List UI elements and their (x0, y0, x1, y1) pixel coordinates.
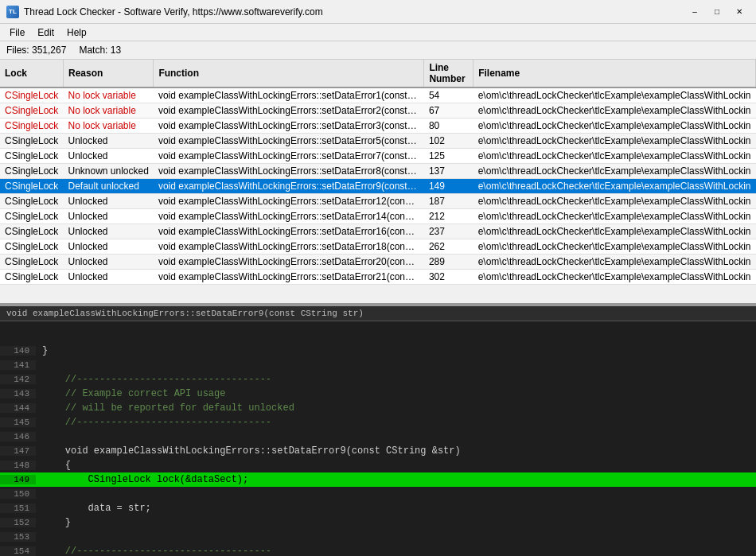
cell-reason: Default unlocked (63, 179, 153, 194)
table-header-row: Lock Reason Function Line Number Filenam… (0, 60, 756, 87)
cell-filename: e\om\c\threadLockChecker\tlcExample\exam… (473, 179, 756, 194)
table-row[interactable]: CSingleLockUnlockedvoid exampleClassWith… (0, 149, 756, 164)
title-text: Thread Lock Checker - Software Verify, h… (24, 6, 684, 17)
cell-function: void exampleClassWithLockingErrors::setD… (154, 255, 424, 270)
cell-filename: e\om\c\threadLockChecker\tlcExample\exam… (473, 270, 756, 285)
cell-reason: No lock variable (63, 87, 153, 103)
cell-line: 212 (424, 209, 473, 224)
cell-filename: e\om\c\threadLockChecker\tlcExample\exam… (473, 209, 756, 224)
cell-filename: e\om\c\threadLockChecker\tlcExample\exam… (473, 255, 756, 270)
table-row[interactable]: CSingleLockUnlockedvoid exampleClassWith… (0, 270, 756, 285)
table-area: Lock Reason Function Line Number Filenam… (0, 60, 756, 306)
statsbar: Files: 351,267Match: 13 (0, 41, 756, 60)
line-content: } (36, 517, 756, 528)
code-line: 144 // will be reported for default unlo… (0, 401, 756, 415)
col-header-function: Function (154, 60, 424, 87)
code-line: 146 (0, 430, 756, 444)
match-label: Match: (79, 45, 110, 56)
line-content: //---------------------------------- (36, 546, 756, 556)
code-line: 147 void exampleClassWithLockingErrors::… (0, 444, 756, 458)
cell-function: void exampleClassWithLockingErrors::setD… (154, 164, 424, 179)
cell-line: 302 (424, 270, 473, 285)
table-body: CSingleLockNo lock variablevoid exampleC… (0, 87, 756, 285)
cell-lock: CSingleLock (0, 255, 63, 270)
cell-reason: Unlocked (63, 194, 153, 209)
menu-item-help[interactable]: Help (60, 25, 93, 40)
table-row[interactable]: CSingleLockDefault unlockedvoid exampleC… (0, 179, 756, 194)
col-header-lock: Lock (0, 60, 63, 87)
cell-function: void exampleClassWithLockingErrors::setD… (154, 270, 424, 285)
cell-reason: Unlocked (63, 149, 153, 164)
code-line: 151 data = str; (0, 501, 756, 515)
cell-line: 80 (424, 119, 473, 134)
cell-filename: e\om\c\threadLockChecker\tlcExample\exam… (473, 134, 756, 149)
code-line: 154 //---------------------------------- (0, 544, 756, 556)
line-number: 152 (0, 518, 36, 527)
cell-reason: Unknown unlocked (63, 164, 153, 179)
cell-line: 102 (424, 134, 473, 149)
cell-line: 262 (424, 239, 473, 255)
main-content: Lock Reason Function Line Number Filenam… (0, 60, 756, 556)
cell-function: void exampleClassWithLockingErrors::setD… (154, 149, 424, 164)
code-line: 145 //---------------------------------- (0, 415, 756, 430)
code-line: 153 (0, 530, 756, 544)
menu-item-edit[interactable]: Edit (31, 25, 60, 40)
table-row[interactable]: CSingleLockUnlockedvoid exampleClassWith… (0, 255, 756, 270)
table-row[interactable]: CSingleLockUnlockedvoid exampleClassWith… (0, 224, 756, 239)
line-content: { (36, 460, 756, 471)
line-number: 142 (0, 375, 36, 384)
match-value: 13 (111, 45, 121, 56)
line-number: 145 (0, 418, 36, 427)
table-row[interactable]: CSingleLockUnlockedvoid exampleClassWith… (0, 239, 756, 255)
line-content: //---------------------------------- (36, 417, 756, 428)
cell-lock: CSingleLock (0, 134, 63, 149)
cell-line: 67 (424, 103, 473, 119)
menubar: FileEditHelp (0, 24, 756, 41)
line-number: 140 (0, 346, 36, 356)
cell-lock: CSingleLock (0, 224, 63, 239)
line-number: 144 (0, 403, 36, 413)
table-row[interactable]: CSingleLockNo lock variablevoid exampleC… (0, 103, 756, 119)
code-content[interactable]: 140}141142 //---------------------------… (0, 321, 756, 556)
line-number: 151 (0, 504, 36, 513)
col-header-filename: Filename (473, 60, 756, 87)
line-number: 143 (0, 389, 36, 399)
line-content: data = str; (36, 503, 756, 514)
results-table: Lock Reason Function Line Number Filenam… (0, 60, 756, 285)
cell-filename: e\om\c\threadLockChecker\tlcExample\exam… (473, 103, 756, 119)
cell-filename: e\om\c\threadLockChecker\tlcExample\exam… (473, 224, 756, 239)
menu-item-file[interactable]: File (3, 25, 31, 40)
cell-line: 149 (424, 179, 473, 194)
code-line: 150 (0, 487, 756, 501)
code-line: 142 //---------------------------------- (0, 372, 756, 387)
table-row[interactable]: CSingleLockNo lock variablevoid exampleC… (0, 119, 756, 134)
code-line: 148 { (0, 458, 756, 472)
cell-function: void exampleClassWithLockingErrors::setD… (154, 224, 424, 239)
table-row[interactable]: CSingleLockNo lock variablevoid exampleC… (0, 87, 756, 103)
cell-function: void exampleClassWithLockingErrors::setD… (154, 179, 424, 194)
line-number: 141 (0, 360, 36, 370)
cell-reason: Unlocked (63, 209, 153, 224)
cell-lock: CSingleLock (0, 209, 63, 224)
cell-reason: Unlocked (63, 255, 153, 270)
titlebar: TL Thread Lock Checker - Software Verify… (0, 0, 756, 24)
maximize-button[interactable]: □ (707, 4, 727, 20)
table-row[interactable]: CSingleLockUnlockedvoid exampleClassWith… (0, 209, 756, 224)
table-row[interactable]: CSingleLockUnlockedvoid exampleClassWith… (0, 134, 756, 149)
line-number: 149 (0, 475, 36, 484)
minimize-button[interactable]: – (684, 4, 705, 20)
code-line: 141 (0, 358, 756, 372)
table-row[interactable]: CSingleLockUnlockedvoid exampleClassWith… (0, 194, 756, 209)
cell-function: void exampleClassWithLockingErrors::setD… (154, 134, 424, 149)
cell-line: 289 (424, 255, 473, 270)
close-button[interactable]: ✕ (729, 4, 750, 20)
line-number: 154 (0, 546, 36, 556)
code-area: void exampleClassWithLockingErrors::setD… (0, 306, 756, 556)
line-content: } (36, 345, 756, 356)
files-label: Files: (6, 45, 32, 56)
line-number: 153 (0, 532, 36, 542)
table-row[interactable]: CSingleLockUnknown unlockedvoid exampleC… (0, 164, 756, 179)
line-number: 146 (0, 432, 36, 441)
cell-function: void exampleClassWithLockingErrors::setD… (154, 87, 424, 103)
code-line: 143 // Example correct API usage (0, 387, 756, 401)
